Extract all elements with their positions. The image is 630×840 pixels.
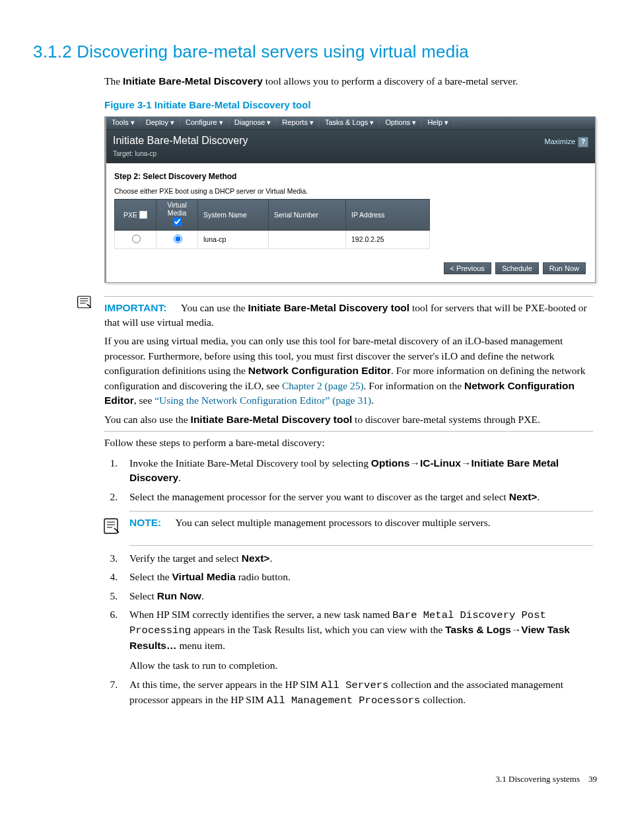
pxe-header-checkbox[interactable] [139,211,147,219]
text: When HP SIM correctly identifies the ser… [129,609,392,620]
col-system-name: System Name [198,200,269,231]
text: Run Now [157,590,201,601]
text: At this time, the server appears in the … [129,679,321,690]
text: . [201,590,204,601]
menubar: Tools ▾ Deploy ▾ Configure ▾ Diagnose ▾ … [106,117,595,130]
step-6: When HP SIM correctly identifies the ser… [120,607,593,673]
col-pxe: PXE [115,200,157,231]
maximize-link[interactable]: Maximize ? [545,133,588,147]
mono-text: All Servers [321,679,388,691]
text: Virtual Media [172,571,236,582]
col-ip-address: IP Address [346,200,430,231]
text: Select the [129,571,172,582]
vm-label2: Media [168,209,187,217]
important-icon [76,293,97,315]
schedule-button[interactable]: Schedule [495,262,539,274]
previous-button[interactable]: < Previous [444,262,491,274]
text: . For information on the [364,380,464,391]
text: tool allows you to perform a discovery o… [263,75,518,87]
menu-tasks-logs[interactable]: Tasks & Logs ▾ [320,116,380,130]
step-heading: Step 2: Select Discovery Method [114,171,587,182]
important-label: IMPORTANT: [104,302,166,313]
page-number: 39 [588,774,597,784]
chapter2-link[interactable]: Chapter 2 (page 25) [282,380,364,391]
text: The [104,75,123,87]
text: Initiate Bare-Metal Discovery tool [191,414,353,425]
menu-configure[interactable]: Configure ▾ [180,116,229,130]
text: Next> [242,553,270,564]
text: radio button. [236,571,291,582]
text: Network Configuration Editor [248,365,391,376]
page-title: Initiate Bare-Metal Discovery [113,133,248,148]
step-6-p2: Allow the task to run to completion. [129,658,593,673]
important-callout: IMPORTANT: You can use the Initiate Bare… [33,292,597,714]
text: menu item. [177,640,226,651]
steps-list: Invoke the Initiate Bare-Metal Discovery… [104,456,593,708]
menu-diagnose[interactable]: Diagnose ▾ [229,116,277,130]
divider [104,296,593,297]
menu-help[interactable]: Help ▾ [422,116,454,130]
svg-point-1 [87,303,88,305]
note-label: NOTE: [129,517,161,528]
figure-caption: Figure 3-1 Initiate Bare-Metal Discovery… [104,98,597,112]
text: . [178,472,181,483]
text: IC-Linux [420,457,461,469]
footer-section: 3.1 Discovering systems [496,774,580,784]
maximize-label: Maximize [545,137,575,147]
menu-options[interactable]: Options ▾ [380,116,422,130]
text: You can also use the [104,414,191,425]
text: . [269,553,272,564]
col-virtual-media: Virtual Media [157,200,198,231]
arrow-icon: → [461,457,472,469]
note-icon [102,515,123,541]
step-5: Select Run Now. [120,589,593,603]
step-3: Verify the target and select Next>. [120,551,593,566]
note-callout: NOTE: You can select multiple management… [102,515,593,541]
text: appears in the Task Results list, which … [191,624,445,635]
intro-paragraph: The Initiate Bare-Metal Discovery tool a… [104,74,597,89]
title-bar: Initiate Bare-Metal Discovery Target: lu… [106,130,595,163]
arrow-icon: → [409,457,420,469]
text: Select [129,590,157,601]
arrow-icon: → [511,624,522,635]
divider [104,431,593,432]
table-row: luna-cp 192.0.2.25 [115,231,430,248]
cell-serial [269,231,346,248]
vm-header-checkbox[interactable] [173,217,182,226]
divider [129,511,593,512]
text: You can use the [181,302,248,313]
step-7: At this time, the server appears in the … [120,677,593,708]
step-1: Invoke the Initiate Bare-Metal Discovery… [120,456,593,486]
text: Select the management processor for the … [129,491,509,502]
text: Next> [509,491,538,502]
text: Invoke the Initiate Bare-Metal Discovery… [129,457,371,469]
cell-ip: 192.0.2.25 [346,231,430,248]
page-footer: 3.1 Discovering systems 39 [33,773,597,786]
col-serial-number: Serial Number [269,200,346,231]
step-2: Select the management processor for the … [120,490,593,546]
divider [129,545,593,546]
svg-rect-2 [104,519,118,533]
note-text: You can select multiple management proce… [176,517,491,528]
important-p2: If you are using virtual media, you can … [104,334,593,408]
menu-tools[interactable]: Tools ▾ [106,116,141,130]
run-now-button[interactable]: Run Now [543,262,586,274]
menu-reports[interactable]: Reports ▾ [277,116,320,130]
menu-deploy[interactable]: Deploy ▾ [141,116,180,130]
help-icon[interactable]: ? [578,137,588,147]
cell-system-name: luna-cp [198,231,269,248]
text: , see [134,395,155,406]
svg-rect-0 [78,296,90,308]
text: . [371,395,374,406]
pxe-label: PXE [123,210,137,220]
vm-radio[interactable] [174,235,182,243]
mono-text: All Management Processors [267,695,421,706]
pxe-radio[interactable] [132,235,141,243]
discovery-table: PXE Virtual Media System Name Serial Num… [114,199,430,248]
text: . [537,491,540,502]
editor-link[interactable]: “Using the Network Configuration Editor”… [155,395,371,406]
text: Options [371,457,410,469]
important-p1: IMPORTANT: You can use the Initiate Bare… [104,301,593,330]
ui-screenshot: Tools ▾ Deploy ▾ Configure ▾ Diagnose ▾ … [104,116,596,283]
step-4: Select the Virtual Media radio button. [120,570,593,584]
